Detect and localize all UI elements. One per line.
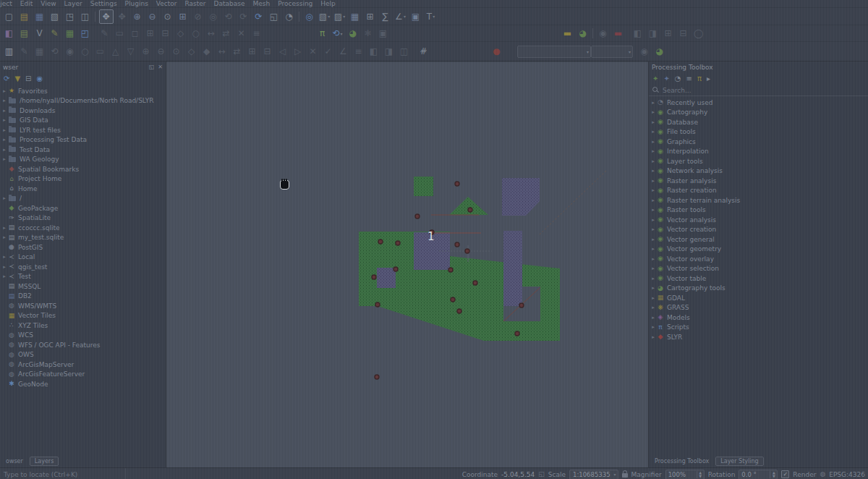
processing-globe-button[interactable]: ◕ bbox=[653, 45, 666, 58]
delete-ring-button[interactable]: ◇ bbox=[174, 27, 187, 40]
expand-arrow-icon[interactable]: ▸ bbox=[1, 254, 7, 260]
open-project-button[interactable]: ▤ bbox=[18, 10, 31, 23]
vertex-tool-all-button[interactable]: △ bbox=[109, 45, 122, 58]
close-panel-icon[interactable]: ✕ bbox=[158, 64, 163, 70]
magnifier-stepper[interactable]: 100% ▲▼ bbox=[665, 470, 705, 479]
browser-item-processing-test-data[interactable]: ▸Processing Test Data bbox=[0, 135, 166, 145]
browser-item-qgis-test[interactable]: ▸≺qgis_test bbox=[0, 262, 166, 272]
map-canvas[interactable]: 1 bbox=[166, 62, 648, 467]
expand-arrow-icon[interactable]: ▸ bbox=[1, 98, 7, 103]
labeling-button[interactable]: ▣ bbox=[409, 10, 422, 23]
modify-attributes-button[interactable]: ≡ bbox=[250, 27, 263, 40]
error-inspector-button[interactable]: ▬ bbox=[612, 27, 625, 40]
processing-item-gdal[interactable]: ▸▦GDAL bbox=[649, 293, 868, 303]
menu-raster[interactable]: Raster bbox=[185, 0, 206, 7]
menu-plugins[interactable]: Plugins bbox=[125, 0, 148, 7]
split-feature-button[interactable]: ✕ bbox=[307, 45, 320, 58]
properties-icon[interactable]: ◉ bbox=[36, 75, 43, 82]
digitize-pen-button[interactable]: ✎ bbox=[48, 27, 61, 40]
expand-arrow-icon[interactable]: ▸ bbox=[650, 207, 656, 213]
processing-item-vector-table[interactable]: ▸◉Vector table bbox=[649, 274, 868, 284]
current-edits-button[interactable]: ▥ bbox=[3, 45, 16, 58]
dock-tab-processing-toolbox[interactable]: Processing Toolbox bbox=[650, 457, 713, 465]
filter-icon[interactable]: ▼ bbox=[14, 75, 20, 82]
menu-mesh[interactable]: Mesh bbox=[253, 0, 271, 7]
debug-button[interactable]: ✱ bbox=[362, 27, 375, 40]
browser-item-project-home[interactable]: ⌂Project Home bbox=[0, 174, 166, 185]
render-checkbox[interactable]: ✓ bbox=[781, 470, 789, 478]
expand-arrow-icon[interactable]: ▸ bbox=[650, 266, 656, 271]
copy-move-features-button[interactable]: ⊟ bbox=[261, 45, 274, 58]
toolbox-models-icon[interactable]: ✦ bbox=[663, 75, 669, 82]
undo-button[interactable]: ⟲▾ bbox=[331, 27, 344, 40]
statistical-summary-button[interactable]: ∑ bbox=[379, 10, 392, 23]
zoom-next-button[interactable]: ⟳ bbox=[237, 10, 250, 23]
browser-item-home[interactable]: ⌂Home bbox=[0, 184, 166, 194]
add-circle-button[interactable]: ◧ bbox=[367, 45, 380, 58]
processing-item-file-tools[interactable]: ▸◉File tools bbox=[649, 127, 868, 137]
select-features-button[interactable]: ▧▾ bbox=[318, 10, 331, 23]
spinner-arrows-icon[interactable]: ▲▼ bbox=[697, 471, 704, 478]
reshape-feature-button[interactable]: ✓ bbox=[322, 45, 335, 58]
processing-item-interpolation[interactable]: ▸◉Interpolation bbox=[649, 147, 868, 157]
processing-item-raster-tools[interactable]: ▸◉Raster tools bbox=[649, 205, 868, 216]
toolbox-python-icon[interactable]: π bbox=[697, 75, 702, 82]
menu-vector[interactable]: Vector bbox=[156, 0, 177, 7]
expand-arrow-icon[interactable]: ▸ bbox=[650, 139, 656, 145]
coordinate-capture-button[interactable]: ◉ bbox=[597, 27, 610, 40]
scale-combo[interactable]: 1:10685335 ▾ bbox=[569, 470, 618, 479]
expand-arrow-icon[interactable]: ▸ bbox=[650, 295, 656, 301]
zoom-out-button[interactable]: ⊖ bbox=[146, 10, 159, 23]
add-rectangle-button[interactable]: ◨ bbox=[383, 45, 396, 58]
new-project-button[interactable]: ▢ bbox=[3, 10, 16, 23]
data-source-manager-button[interactable]: ▤ bbox=[18, 27, 31, 40]
move-feature-button[interactable]: ✎ bbox=[98, 27, 111, 40]
expand-arrow-icon[interactable]: ▸ bbox=[1, 274, 7, 279]
digitize-segment-button[interactable]: ⟲ bbox=[48, 45, 61, 58]
crs-globe-icon[interactable]: ◍ bbox=[820, 471, 825, 478]
expand-arrow-icon[interactable]: ▸ bbox=[650, 334, 656, 340]
expand-arrow-icon[interactable]: ▸ bbox=[650, 168, 656, 174]
scale-feature-button[interactable]: ▷ bbox=[292, 45, 305, 58]
expand-arrow-icon[interactable]: ▸ bbox=[650, 324, 656, 330]
trim-extend-button[interactable]: ∠ bbox=[337, 45, 350, 58]
offline-sync-button[interactable]: ⊟ bbox=[677, 27, 690, 40]
split-features-button[interactable]: ⇄ bbox=[220, 27, 233, 40]
processing-item-layer-tools[interactable]: ▸◉Layer tools bbox=[649, 156, 868, 166]
menu-layer[interactable]: Layer bbox=[64, 0, 82, 7]
toolbox-settings-icon[interactable]: ✦ bbox=[652, 75, 658, 82]
globe-3d-button[interactable]: ● bbox=[490, 45, 503, 58]
processing-item-vector-overlay[interactable]: ▸◉Vector overlay bbox=[649, 254, 868, 264]
processing-item-cartography-tools[interactable]: ▸◕Cartography tools bbox=[649, 284, 868, 294]
globe-plugin-button[interactable]: ◕ bbox=[576, 27, 590, 40]
processing-item-scripts[interactable]: ▸πScripts bbox=[649, 323, 868, 333]
processing-item-grass[interactable]: ▸❋GRASS bbox=[649, 303, 868, 313]
processing-item-graphics[interactable]: ▸◉Graphics bbox=[649, 137, 868, 147]
move-features2-button[interactable]: ⊞ bbox=[246, 45, 259, 58]
geometry-checker-button[interactable]: ◨ bbox=[647, 27, 660, 40]
browser-item-my-test-sqlite[interactable]: ▸▤my_test.sqlite bbox=[0, 233, 166, 243]
processing-toolbox-button[interactable]: ▦ bbox=[64, 27, 77, 40]
browser-item-ows[interactable]: ◍OWS bbox=[0, 350, 166, 360]
fill-ring-button[interactable]: ⊟ bbox=[159, 27, 172, 40]
menu-view[interactable]: View bbox=[41, 0, 56, 7]
expand-arrow-icon[interactable]: ▸ bbox=[1, 234, 7, 240]
coordinate-value[interactable]: -5.04,5.54 bbox=[501, 471, 535, 478]
pan-to-selection-button[interactable]: ✥ bbox=[116, 10, 129, 23]
style-manager-button[interactable]: ◧ bbox=[3, 27, 16, 40]
snap-indicator-button[interactable]: ◉ bbox=[638, 45, 651, 58]
temporal-controller-button[interactable]: ◔ bbox=[283, 10, 296, 23]
vertex-tool-button[interactable]: V bbox=[33, 27, 46, 40]
mesh-calculator-button[interactable]: ◯ bbox=[692, 27, 705, 40]
rotate-feature-button[interactable]: ▭ bbox=[114, 27, 127, 40]
expand-arrow-icon[interactable]: ▸ bbox=[1, 264, 7, 270]
paste-features-button[interactable]: ◆ bbox=[200, 45, 213, 58]
browser-item-test[interactable]: ▸≺Test bbox=[0, 272, 166, 282]
processing-item-network-analysis[interactable]: ▸◉Network analysis bbox=[649, 166, 868, 177]
zoom-native-button[interactable]: ⊙ bbox=[161, 10, 174, 23]
dock-tab-owser[interactable]: owser bbox=[1, 457, 27, 465]
reshape-button[interactable]: ↔ bbox=[205, 27, 218, 40]
offline-editing-button[interactable]: ⊞ bbox=[662, 27, 675, 40]
processing-item-vector-general[interactable]: ▸◉Vector general bbox=[649, 234, 868, 245]
python-console-button[interactable]: π bbox=[316, 27, 329, 40]
